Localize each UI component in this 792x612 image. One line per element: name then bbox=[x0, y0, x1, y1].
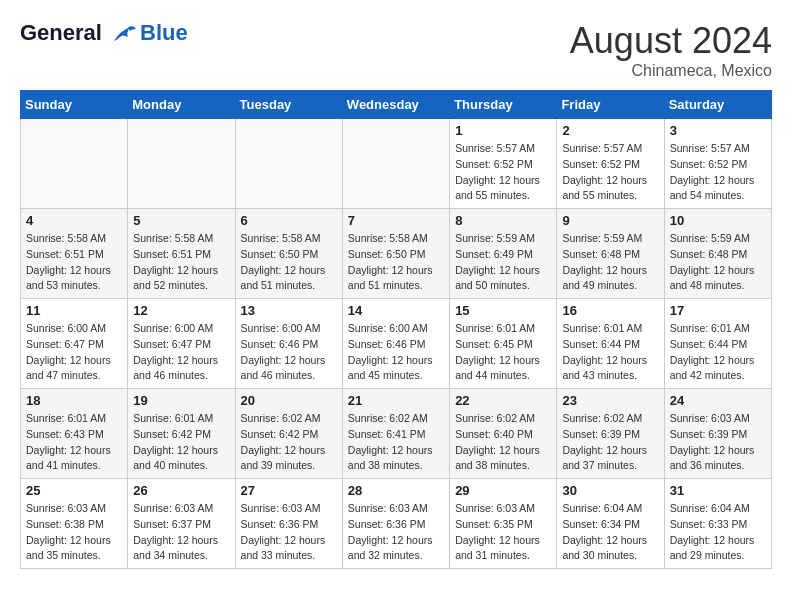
day-number: 19 bbox=[133, 393, 229, 408]
day-number: 20 bbox=[241, 393, 337, 408]
calendar-day-cell bbox=[342, 119, 449, 209]
day-number: 23 bbox=[562, 393, 658, 408]
calendar-week-row: 4Sunrise: 5:58 AMSunset: 6:51 PMDaylight… bbox=[21, 209, 772, 299]
subtitle: Chinameca, Mexico bbox=[570, 62, 772, 80]
calendar-day-cell: 28Sunrise: 6:03 AMSunset: 6:36 PMDayligh… bbox=[342, 479, 449, 569]
calendar-day-cell: 11Sunrise: 6:00 AMSunset: 6:47 PMDayligh… bbox=[21, 299, 128, 389]
day-info: Sunrise: 6:03 AMSunset: 6:37 PMDaylight:… bbox=[133, 501, 229, 564]
calendar-day-cell: 16Sunrise: 6:01 AMSunset: 6:44 PMDayligh… bbox=[557, 299, 664, 389]
day-info: Sunrise: 6:02 AMSunset: 6:42 PMDaylight:… bbox=[241, 411, 337, 474]
page-header: General Blue August 2024 Chinameca, Mexi… bbox=[20, 20, 772, 80]
day-number: 13 bbox=[241, 303, 337, 318]
day-info: Sunrise: 5:58 AMSunset: 6:50 PMDaylight:… bbox=[348, 231, 444, 294]
day-info: Sunrise: 6:03 AMSunset: 6:38 PMDaylight:… bbox=[26, 501, 122, 564]
calendar-week-row: 11Sunrise: 6:00 AMSunset: 6:47 PMDayligh… bbox=[21, 299, 772, 389]
calendar-day-cell: 31Sunrise: 6:04 AMSunset: 6:33 PMDayligh… bbox=[664, 479, 771, 569]
day-number: 31 bbox=[670, 483, 766, 498]
day-number: 16 bbox=[562, 303, 658, 318]
day-number: 25 bbox=[26, 483, 122, 498]
weekday-header-sunday: Sunday bbox=[21, 91, 128, 119]
calendar-day-cell: 22Sunrise: 6:02 AMSunset: 6:40 PMDayligh… bbox=[450, 389, 557, 479]
weekday-header-tuesday: Tuesday bbox=[235, 91, 342, 119]
calendar-day-cell: 3Sunrise: 5:57 AMSunset: 6:52 PMDaylight… bbox=[664, 119, 771, 209]
day-info: Sunrise: 6:00 AMSunset: 6:46 PMDaylight:… bbox=[348, 321, 444, 384]
day-number: 22 bbox=[455, 393, 551, 408]
calendar-day-cell: 13Sunrise: 6:00 AMSunset: 6:46 PMDayligh… bbox=[235, 299, 342, 389]
calendar-day-cell: 30Sunrise: 6:04 AMSunset: 6:34 PMDayligh… bbox=[557, 479, 664, 569]
day-number: 30 bbox=[562, 483, 658, 498]
day-number: 24 bbox=[670, 393, 766, 408]
calendar-day-cell: 2Sunrise: 5:57 AMSunset: 6:52 PMDaylight… bbox=[557, 119, 664, 209]
day-info: Sunrise: 5:57 AMSunset: 6:52 PMDaylight:… bbox=[455, 141, 551, 204]
day-info: Sunrise: 5:59 AMSunset: 6:49 PMDaylight:… bbox=[455, 231, 551, 294]
day-number: 18 bbox=[26, 393, 122, 408]
day-info: Sunrise: 6:01 AMSunset: 6:43 PMDaylight:… bbox=[26, 411, 122, 474]
calendar-day-cell: 15Sunrise: 6:01 AMSunset: 6:45 PMDayligh… bbox=[450, 299, 557, 389]
calendar-day-cell bbox=[21, 119, 128, 209]
calendar-day-cell bbox=[128, 119, 235, 209]
day-info: Sunrise: 5:57 AMSunset: 6:52 PMDaylight:… bbox=[670, 141, 766, 204]
day-number: 14 bbox=[348, 303, 444, 318]
weekday-header-saturday: Saturday bbox=[664, 91, 771, 119]
calendar-day-cell: 27Sunrise: 6:03 AMSunset: 6:36 PMDayligh… bbox=[235, 479, 342, 569]
calendar-week-row: 18Sunrise: 6:01 AMSunset: 6:43 PMDayligh… bbox=[21, 389, 772, 479]
calendar-day-cell: 12Sunrise: 6:00 AMSunset: 6:47 PMDayligh… bbox=[128, 299, 235, 389]
day-info: Sunrise: 5:57 AMSunset: 6:52 PMDaylight:… bbox=[562, 141, 658, 204]
calendar-day-cell bbox=[235, 119, 342, 209]
logo-bird-icon bbox=[110, 23, 138, 45]
calendar-day-cell: 25Sunrise: 6:03 AMSunset: 6:38 PMDayligh… bbox=[21, 479, 128, 569]
day-number: 8 bbox=[455, 213, 551, 228]
main-title: August 2024 bbox=[570, 20, 772, 62]
day-info: Sunrise: 6:02 AMSunset: 6:41 PMDaylight:… bbox=[348, 411, 444, 474]
calendar-day-cell: 21Sunrise: 6:02 AMSunset: 6:41 PMDayligh… bbox=[342, 389, 449, 479]
calendar-day-cell: 18Sunrise: 6:01 AMSunset: 6:43 PMDayligh… bbox=[21, 389, 128, 479]
day-number: 17 bbox=[670, 303, 766, 318]
day-info: Sunrise: 6:01 AMSunset: 6:44 PMDaylight:… bbox=[562, 321, 658, 384]
calendar-header-row: SundayMondayTuesdayWednesdayThursdayFrid… bbox=[21, 91, 772, 119]
day-number: 9 bbox=[562, 213, 658, 228]
day-info: Sunrise: 6:03 AMSunset: 6:39 PMDaylight:… bbox=[670, 411, 766, 474]
calendar-day-cell: 6Sunrise: 5:58 AMSunset: 6:50 PMDaylight… bbox=[235, 209, 342, 299]
calendar-week-row: 1Sunrise: 5:57 AMSunset: 6:52 PMDaylight… bbox=[21, 119, 772, 209]
day-info: Sunrise: 5:58 AMSunset: 6:51 PMDaylight:… bbox=[133, 231, 229, 294]
day-info: Sunrise: 6:04 AMSunset: 6:33 PMDaylight:… bbox=[670, 501, 766, 564]
day-number: 29 bbox=[455, 483, 551, 498]
calendar-day-cell: 8Sunrise: 5:59 AMSunset: 6:49 PMDaylight… bbox=[450, 209, 557, 299]
day-info: Sunrise: 6:02 AMSunset: 6:40 PMDaylight:… bbox=[455, 411, 551, 474]
day-info: Sunrise: 6:03 AMSunset: 6:36 PMDaylight:… bbox=[241, 501, 337, 564]
day-info: Sunrise: 6:03 AMSunset: 6:36 PMDaylight:… bbox=[348, 501, 444, 564]
day-number: 10 bbox=[670, 213, 766, 228]
day-number: 3 bbox=[670, 123, 766, 138]
day-number: 7 bbox=[348, 213, 444, 228]
calendar-day-cell: 14Sunrise: 6:00 AMSunset: 6:46 PMDayligh… bbox=[342, 299, 449, 389]
weekday-header-wednesday: Wednesday bbox=[342, 91, 449, 119]
day-number: 2 bbox=[562, 123, 658, 138]
calendar-table: SundayMondayTuesdayWednesdayThursdayFrid… bbox=[20, 90, 772, 569]
day-info: Sunrise: 6:01 AMSunset: 6:42 PMDaylight:… bbox=[133, 411, 229, 474]
day-number: 5 bbox=[133, 213, 229, 228]
day-info: Sunrise: 6:00 AMSunset: 6:47 PMDaylight:… bbox=[133, 321, 229, 384]
day-number: 1 bbox=[455, 123, 551, 138]
title-area: August 2024 Chinameca, Mexico bbox=[570, 20, 772, 80]
day-number: 28 bbox=[348, 483, 444, 498]
day-number: 26 bbox=[133, 483, 229, 498]
day-info: Sunrise: 6:04 AMSunset: 6:34 PMDaylight:… bbox=[562, 501, 658, 564]
calendar-day-cell: 26Sunrise: 6:03 AMSunset: 6:37 PMDayligh… bbox=[128, 479, 235, 569]
day-info: Sunrise: 6:02 AMSunset: 6:39 PMDaylight:… bbox=[562, 411, 658, 474]
day-info: Sunrise: 5:58 AMSunset: 6:50 PMDaylight:… bbox=[241, 231, 337, 294]
calendar-day-cell: 4Sunrise: 5:58 AMSunset: 6:51 PMDaylight… bbox=[21, 209, 128, 299]
calendar-day-cell: 1Sunrise: 5:57 AMSunset: 6:52 PMDaylight… bbox=[450, 119, 557, 209]
day-info: Sunrise: 6:00 AMSunset: 6:47 PMDaylight:… bbox=[26, 321, 122, 384]
calendar-week-row: 25Sunrise: 6:03 AMSunset: 6:38 PMDayligh… bbox=[21, 479, 772, 569]
day-number: 11 bbox=[26, 303, 122, 318]
calendar-day-cell: 29Sunrise: 6:03 AMSunset: 6:35 PMDayligh… bbox=[450, 479, 557, 569]
logo-text-blue: Blue bbox=[140, 20, 188, 46]
logo: General Blue bbox=[20, 20, 188, 46]
calendar-day-cell: 5Sunrise: 5:58 AMSunset: 6:51 PMDaylight… bbox=[128, 209, 235, 299]
day-number: 27 bbox=[241, 483, 337, 498]
day-number: 21 bbox=[348, 393, 444, 408]
day-number: 15 bbox=[455, 303, 551, 318]
calendar-day-cell: 9Sunrise: 5:59 AMSunset: 6:48 PMDaylight… bbox=[557, 209, 664, 299]
calendar-day-cell: 24Sunrise: 6:03 AMSunset: 6:39 PMDayligh… bbox=[664, 389, 771, 479]
day-info: Sunrise: 6:01 AMSunset: 6:45 PMDaylight:… bbox=[455, 321, 551, 384]
